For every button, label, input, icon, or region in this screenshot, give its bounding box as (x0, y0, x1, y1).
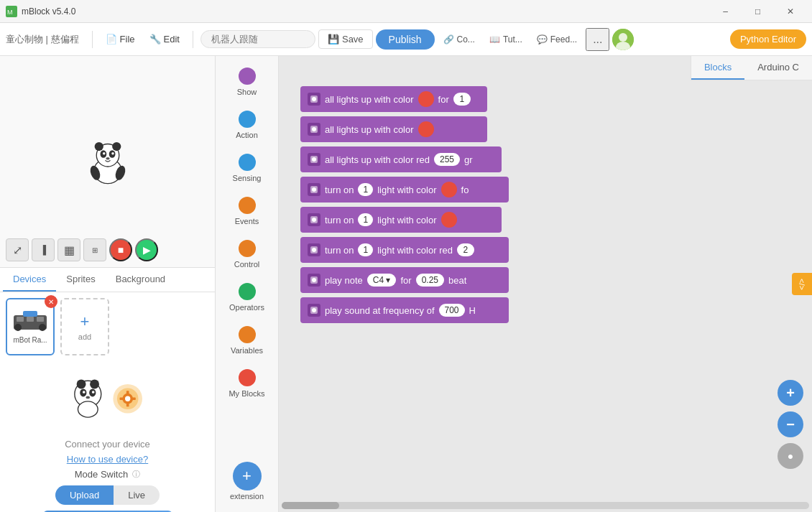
panel-tabs: Devices Sprites Background (0, 268, 215, 292)
variables-dot (239, 326, 256, 343)
panda-sprite (83, 136, 133, 187)
block-4-color[interactable] (441, 182, 457, 197)
block-4[interactable]: turn on 1 light with color fo (300, 177, 509, 203)
block-7-num[interactable]: 0.25 (416, 274, 444, 287)
file-btn[interactable]: 📄 File (100, 31, 141, 47)
expand-btn[interactable]: ⤢ (6, 238, 29, 261)
sensing-dot (239, 154, 256, 171)
device-item-mbot[interactable]: ✕ mBot Ra... (6, 298, 55, 355)
feedback-btn[interactable]: 💬 Feed... (531, 31, 583, 48)
palette-item-variables[interactable]: Variables (220, 320, 274, 360)
block-4-text2: light with color (377, 185, 436, 195)
svg-point-30 (86, 396, 90, 399)
tab-background[interactable]: Background (106, 268, 175, 292)
palette-item-myblocks[interactable]: My Blocks (220, 363, 274, 404)
svg-point-12 (111, 152, 114, 155)
svg-text:M: M (7, 9, 13, 16)
connect-illustration (65, 368, 151, 433)
svg-point-51 (312, 248, 316, 252)
block-8[interactable]: play sound at frequency of 700 H (300, 297, 509, 323)
events-label: Events (235, 217, 259, 225)
block-1[interactable]: all lights up with color for 1 (300, 86, 487, 112)
block-2[interactable]: all lights up with color (300, 116, 487, 142)
save-btn[interactable]: 💾 Save (318, 29, 373, 49)
view-btn[interactable]: ▦ (57, 238, 80, 261)
block-3[interactable]: all lights up with color red 255 gr (300, 146, 502, 172)
scrollbar-thumb[interactable] (282, 502, 339, 509)
block-3-text2: gr (464, 154, 473, 165)
block-2-color[interactable] (418, 121, 434, 137)
palette-item-show[interactable]: Show (220, 62, 274, 102)
svg-point-11 (103, 152, 106, 155)
live-mode-btn[interactable]: Live (114, 485, 160, 505)
run-btn[interactable]: ▶ (135, 238, 158, 261)
zoom-reset-btn[interactable]: ● (778, 443, 803, 469)
block-5-color[interactable] (441, 212, 457, 228)
python-editor-btn[interactable]: Python Editor (730, 29, 806, 49)
svg-point-7 (94, 142, 103, 151)
svg-point-20 (14, 324, 22, 331)
svg-rect-37 (126, 403, 129, 407)
connect-btn-top[interactable]: 🔗 Co... (438, 31, 481, 48)
split-btn[interactable]: ▐ (32, 238, 55, 261)
palette-extension-btn[interactable]: + extension (230, 459, 264, 501)
palette-item-events[interactable]: Events (220, 191, 274, 231)
block-palette: Show Action Sensing Events Control Opera… (216, 56, 279, 512)
block-1-num[interactable]: 1 (453, 93, 471, 106)
connect-text: Connect your device (65, 439, 150, 450)
minimize-btn[interactable]: – (709, 1, 742, 22)
block-6-num2[interactable]: 2 (457, 243, 474, 256)
how-to-link[interactable]: How to use device? (67, 454, 148, 465)
palette-item-operators[interactable]: Operators (220, 277, 274, 317)
tab-devices[interactable]: Devices (3, 268, 56, 292)
search-input[interactable] (200, 30, 315, 48)
code-tag[interactable]: </> (792, 273, 812, 296)
block-4-num[interactable]: 1 (358, 183, 373, 196)
svg-rect-19 (37, 317, 44, 322)
events-dot (239, 197, 256, 214)
palette-item-control[interactable]: Control (220, 234, 274, 274)
stop-btn[interactable]: ■ (109, 238, 132, 261)
code-tag-icon: </> (798, 279, 806, 290)
chat-icon: 💬 (537, 34, 548, 45)
publish-btn[interactable]: Publish (376, 29, 435, 50)
upload-mode-btn[interactable]: Upload (55, 485, 114, 505)
variables-label: Variables (231, 346, 263, 355)
block-1-color[interactable] (418, 91, 434, 107)
svg-point-8 (112, 142, 121, 151)
tab-sprites[interactable]: Sprites (56, 268, 105, 292)
block-5-text2: light with color (377, 215, 436, 225)
grid-btn[interactable]: ⊞ (83, 238, 106, 261)
avatar[interactable] (612, 29, 634, 50)
add-device-btn[interactable]: + add (60, 298, 109, 355)
block-7[interactable]: play note C4 ▾ for 0.25 beat (300, 267, 509, 293)
block-5[interactable]: turn on 1 light with color (300, 207, 502, 233)
control-label: Control (234, 260, 259, 269)
zoom-out-btn[interactable]: − (778, 411, 803, 437)
svg-point-47 (312, 187, 316, 192)
show-dot (239, 68, 256, 85)
maximize-btn[interactable]: □ (742, 1, 774, 22)
block-8-num[interactable]: 700 (439, 304, 465, 317)
palette-item-sensing[interactable]: Sensing (220, 148, 274, 188)
svg-point-25 (90, 379, 99, 388)
block-7-note[interactable]: C4 ▾ (367, 274, 397, 287)
block-3-text1: all lights up with color red (325, 154, 430, 165)
palette-item-action[interactable]: Action (220, 105, 274, 145)
close-btn[interactable]: ✕ (774, 1, 806, 22)
block-2-text1: all lights up with color (325, 124, 414, 135)
file-icon: 📄 (106, 34, 117, 45)
edit-btn[interactable]: 🔧 Edit (144, 31, 185, 47)
workspace-scrollbar[interactable] (282, 502, 809, 509)
block-8-text1: play sound at frequency of (325, 305, 435, 316)
svg-point-3 (619, 33, 627, 42)
block-6[interactable]: turn on 1 light with color red 2 (300, 237, 509, 263)
block-5-num[interactable]: 1 (358, 213, 373, 226)
more-btn[interactable]: ... (586, 28, 609, 51)
sensing-label: Sensing (233, 174, 262, 182)
device-remove-badge[interactable]: ✕ (45, 295, 57, 308)
block-3-num[interactable]: 255 (434, 153, 460, 166)
zoom-in-btn[interactable]: + (778, 380, 803, 406)
tutorials-btn[interactable]: 📖 Tut... (484, 31, 528, 48)
block-6-num[interactable]: 1 (358, 243, 373, 256)
